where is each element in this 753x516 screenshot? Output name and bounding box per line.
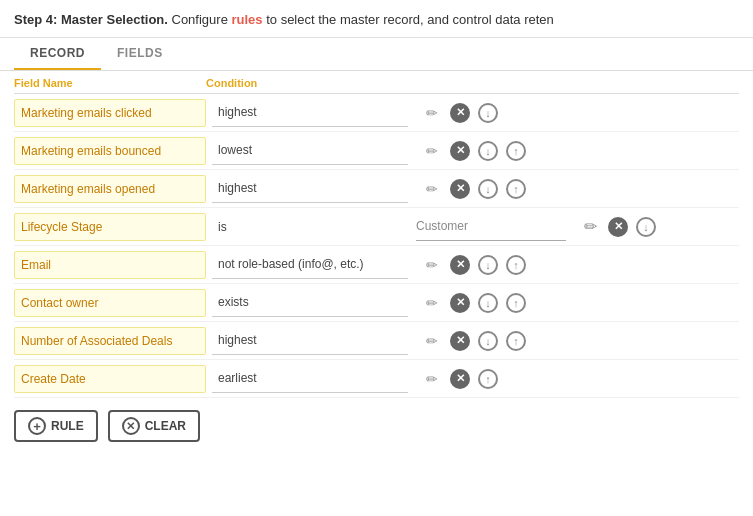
lifecycle-value-cell <box>416 213 566 241</box>
remove-button[interactable]: ✕ <box>448 101 472 125</box>
field-cell: Number of Associated Deals <box>14 327 206 355</box>
condition-cell: highest <box>212 175 408 203</box>
condition-cell: highest <box>212 99 408 127</box>
field-cell: Email <box>14 251 206 279</box>
field-cell: Marketing emails opened <box>14 175 206 203</box>
field-cell: Lifecycle Stage <box>14 213 206 241</box>
col-condition: Condition <box>206 77 406 89</box>
edit-button[interactable]: ✏ <box>420 329 444 353</box>
lifecycle-value-input[interactable] <box>416 219 566 233</box>
table-row: Marketing emails bounced lowest ✏ ✕ ↓ ↑ <box>14 132 739 170</box>
edit-button[interactable]: ✏ <box>578 215 602 239</box>
field-cell: Contact owner <box>14 289 206 317</box>
condition-cell: not role-based (info@, etc.) <box>212 251 408 279</box>
move-up-button[interactable]: ↑ <box>504 139 528 163</box>
table-row: Marketing emails clicked highest ✏ ✕ ↓ <box>14 94 739 132</box>
move-down-button[interactable]: ↓ <box>476 177 500 201</box>
edit-button[interactable]: ✏ <box>420 139 444 163</box>
column-headers: Field Name Condition <box>14 71 739 94</box>
edit-button[interactable]: ✏ <box>420 177 444 201</box>
move-down-button[interactable]: ↓ <box>476 101 500 125</box>
table-row: Contact owner exists ✏ ✕ ↓ ↑ <box>14 284 739 322</box>
remove-button[interactable]: ✕ <box>448 367 472 391</box>
condition-cell: exists <box>212 289 408 317</box>
condition-cell: earliest <box>212 365 408 393</box>
add-rule-button[interactable]: + RULE <box>14 410 98 442</box>
remove-button[interactable]: ✕ <box>448 139 472 163</box>
condition-cell: highest <box>212 327 408 355</box>
table-row: Lifecycle Stage is ✏ ✕ ↓ <box>14 208 739 246</box>
condition-cell: is <box>212 213 408 241</box>
remove-button[interactable]: ✕ <box>448 329 472 353</box>
move-up-button[interactable]: ↑ <box>504 253 528 277</box>
table-container: Field Name Condition Marketing emails cl… <box>0 71 753 398</box>
plus-icon: + <box>28 417 46 435</box>
edit-button[interactable]: ✏ <box>420 253 444 277</box>
x-icon: ✕ <box>122 417 140 435</box>
field-cell: Marketing emails bounced <box>14 137 206 165</box>
tabs-bar: RECORD FIELDS <box>0 38 753 71</box>
table-row: Create Date earliest ✏ ✕ ↑ <box>14 360 739 398</box>
condition-cell: lowest <box>212 137 408 165</box>
table-row: Marketing emails opened highest ✏ ✕ ↓ ↑ <box>14 170 739 208</box>
clear-button[interactable]: ✕ CLEAR <box>108 410 200 442</box>
move-down-button[interactable]: ↓ <box>476 253 500 277</box>
remove-button[interactable]: ✕ <box>448 291 472 315</box>
edit-button[interactable]: ✏ <box>420 291 444 315</box>
rule-label: RULE <box>51 419 84 433</box>
field-cell: Create Date <box>14 365 206 393</box>
table-row: Number of Associated Deals highest ✏ ✕ ↓… <box>14 322 739 360</box>
edit-button[interactable]: ✏ <box>420 367 444 391</box>
tab-record[interactable]: RECORD <box>14 38 101 70</box>
move-down-button[interactable]: ↓ <box>476 329 500 353</box>
tab-fields[interactable]: FIELDS <box>101 38 179 70</box>
step-text: Step 4: Master Selection. Configure rule… <box>14 12 554 27</box>
edit-button[interactable]: ✏ <box>420 101 444 125</box>
remove-button[interactable]: ✕ <box>448 177 472 201</box>
clear-label: CLEAR <box>145 419 186 433</box>
field-cell: Marketing emails clicked <box>14 99 206 127</box>
move-up-button[interactable]: ↑ <box>504 177 528 201</box>
move-down-button[interactable]: ↓ <box>634 215 658 239</box>
remove-button[interactable]: ✕ <box>448 253 472 277</box>
move-up-button[interactable]: ↑ <box>504 291 528 315</box>
table-row: Email not role-based (info@, etc.) ✏ ✕ ↓… <box>14 246 739 284</box>
remove-button[interactable]: ✕ <box>606 215 630 239</box>
footer: + RULE ✕ CLEAR <box>0 400 753 452</box>
move-up-button[interactable]: ↑ <box>476 367 500 391</box>
col-field-name: Field Name <box>14 77 206 89</box>
header: Step 4: Master Selection. Configure rule… <box>0 0 753 38</box>
move-down-button[interactable]: ↓ <box>476 291 500 315</box>
move-down-button[interactable]: ↓ <box>476 139 500 163</box>
move-up-button[interactable]: ↑ <box>504 329 528 353</box>
